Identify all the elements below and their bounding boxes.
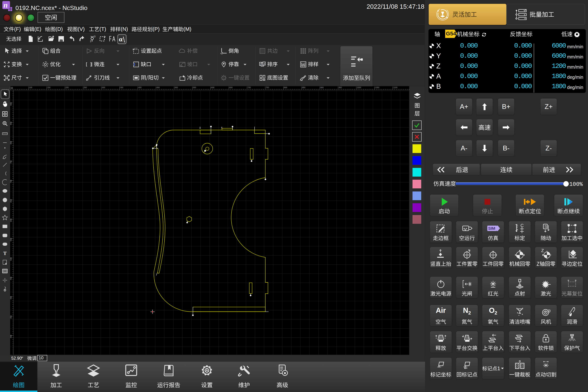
svg-text:S: S	[544, 224, 547, 228]
svg-text:SIM: SIM	[488, 226, 495, 231]
svg-text:Z: Z	[541, 248, 544, 253]
